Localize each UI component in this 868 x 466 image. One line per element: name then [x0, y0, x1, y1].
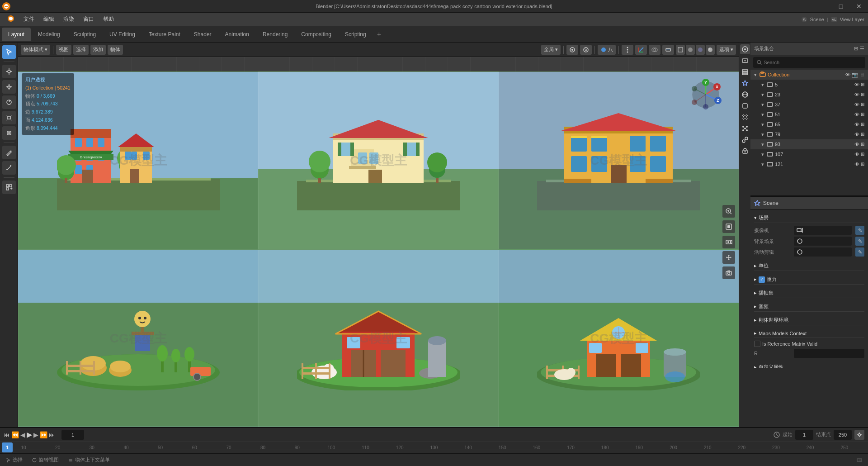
rotate-tool-button[interactable]	[2, 95, 16, 109]
item-107-filter[interactable]: ⊞	[861, 152, 864, 157]
clip-prop-value[interactable]	[794, 247, 852, 257]
menu-blender[interactable]	[4, 14, 18, 24]
xray-button[interactable]	[662, 45, 674, 55]
tab-compositing[interactable]: Compositing	[295, 28, 338, 41]
window-controls[interactable]: — □ ✕	[814, 0, 868, 12]
item-79-filter[interactable]: ⊞	[861, 132, 864, 137]
outliner-search-input[interactable]	[764, 60, 862, 65]
prop-render-button[interactable]	[740, 44, 750, 54]
outliner-item-121[interactable]: ▾ 121 👁 ⊞	[750, 159, 868, 169]
tab-modeling[interactable]: Modeling	[32, 28, 66, 41]
is-ref-checkbox[interactable]	[754, 341, 760, 347]
prop-particles-button[interactable]	[740, 124, 750, 133]
prop-output-button[interactable]	[740, 56, 750, 66]
play-button[interactable]: ▶	[27, 430, 32, 439]
outliner-item-51[interactable]: ▾ 51 👁 ⊞	[750, 109, 868, 119]
zoom-in-button[interactable]	[722, 205, 735, 218]
solid-button[interactable]	[686, 45, 695, 55]
timeline-settings-button[interactable]	[854, 430, 864, 440]
cursor-tool-button[interactable]	[2, 65, 16, 78]
object-menu-button[interactable]: 物体	[108, 45, 123, 55]
audio-header[interactable]: ▸ 音频	[754, 302, 864, 312]
item-121-eye[interactable]: 👁	[854, 162, 859, 167]
view-menu-button[interactable]: 视图	[56, 45, 71, 55]
rendered-button[interactable]	[706, 45, 715, 55]
prop-constraints-button[interactable]	[740, 146, 750, 156]
outliner-settings-button[interactable]: ☰	[860, 46, 864, 52]
select-options-button[interactable]: 选项 ▾	[717, 45, 736, 55]
prop-modifier-button[interactable]	[740, 112, 750, 122]
add-object-button[interactable]: +	[2, 181, 16, 194]
rigid-header[interactable]: ▸ 刚体世界环境	[754, 315, 864, 325]
camera-prop-value[interactable]	[794, 226, 852, 235]
item-107-eye[interactable]: 👁	[854, 152, 859, 157]
outliner-filter-button[interactable]: ⊞	[854, 46, 858, 52]
zoom-extents-button[interactable]	[722, 220, 735, 233]
minimize-button[interactable]: —	[814, 0, 832, 12]
prop-world-button[interactable]	[740, 90, 750, 100]
maximize-button[interactable]: □	[832, 0, 850, 12]
outliner-item-5[interactable]: ▾ 5 👁 ⊞	[750, 80, 868, 90]
units-section-header[interactable]: ▸ 单位	[754, 261, 864, 271]
tab-animation[interactable]: Animation	[219, 28, 255, 41]
viewport-shading-button[interactable]: 八	[598, 45, 616, 55]
outliner-item-79[interactable]: ▾ 79 👁 ⊞	[750, 129, 868, 139]
wireframe-button[interactable]	[676, 45, 685, 55]
outliner-item-65[interactable]: ▾ 65 👁 ⊞	[750, 119, 868, 129]
tab-shader[interactable]: Shader	[188, 28, 218, 41]
model-cell-5[interactable]: CG模型主	[258, 249, 498, 427]
outliner-item-collection[interactable]: ▾ Collection 👁 📷 🖥	[750, 70, 868, 80]
maps-header[interactable]: ▸ Maps Models Context	[754, 329, 864, 338]
overlay-button[interactable]	[649, 45, 660, 55]
item-93-filter[interactable]: ⊞	[861, 142, 864, 147]
scale-tool-button[interactable]	[2, 111, 16, 124]
item-5-filter[interactable]: ⊞	[861, 82, 864, 87]
next-keyframe-button[interactable]: ⏩	[40, 431, 47, 438]
prop-physics-button[interactable]	[740, 135, 750, 145]
render-toggle[interactable]: 📷	[852, 72, 858, 78]
scene-section-header[interactable]: ▾ 场景	[754, 213, 864, 223]
item-65-filter[interactable]: ⊞	[861, 122, 864, 127]
snap-button[interactable]	[566, 45, 578, 55]
r-prop-value[interactable]	[794, 349, 864, 358]
jump-start-button[interactable]: ⏮	[4, 431, 10, 438]
outliner-item-37[interactable]: ▾ 37 👁 ⊞	[750, 100, 868, 109]
viewport-canvas[interactable]: 用户透视 (1) Collection | 50241 物体 0 / 3,669…	[18, 57, 739, 427]
model-cell-6[interactable]: CG模型主	[499, 249, 739, 427]
item-37-filter[interactable]: ⊞	[861, 102, 864, 107]
keyframes-header[interactable]: ▸ 播帧集	[754, 288, 864, 298]
menu-edit[interactable]: 编辑	[40, 14, 58, 24]
start-frame-display[interactable]: 1	[795, 430, 813, 440]
item-5-eye[interactable]: 👁	[854, 82, 859, 87]
custom-header[interactable]: ▸ 自定义属性	[754, 362, 864, 368]
model-cell-2[interactable]: CG模型主	[258, 71, 498, 249]
select-menu-button[interactable]: 选择	[73, 45, 89, 55]
select-tool-button[interactable]	[2, 45, 16, 59]
camera-edit-btn[interactable]: ✎	[855, 226, 864, 235]
item-23-filter[interactable]: ⊞	[861, 92, 864, 97]
item-23-eye[interactable]: 👁	[854, 92, 859, 97]
gizmo-toggle-button[interactable]	[635, 45, 647, 55]
tab-uv-editing[interactable]: UV Editing	[103, 28, 142, 41]
item-65-eye[interactable]: 👁	[854, 122, 859, 127]
bg-prop-value[interactable]	[794, 237, 852, 246]
item-37-eye[interactable]: 👁	[854, 102, 859, 107]
item-51-eye[interactable]: 👁	[854, 112, 859, 117]
tab-layout[interactable]: Layout	[2, 28, 31, 41]
camera-icon-button[interactable]	[722, 266, 735, 279]
prop-object-button[interactable]	[740, 101, 750, 111]
prop-view-layer-button[interactable]	[740, 67, 750, 77]
close-button[interactable]: ✕	[850, 0, 868, 12]
menu-help[interactable]: 帮助	[99, 14, 118, 24]
object-mode-button[interactable]: 物体模式 ▾	[21, 45, 50, 55]
add-menu-button[interactable]: 添加	[90, 45, 106, 55]
tab-scripting[interactable]: Scripting	[339, 28, 373, 41]
transform-tool-button[interactable]	[2, 126, 16, 140]
menu-render[interactable]: 渲染	[60, 14, 78, 24]
item-93-eye[interactable]: 👁	[854, 142, 859, 147]
clip-edit-btn[interactable]: ✎	[855, 247, 864, 257]
viewport-toggle[interactable]: 🖥	[859, 72, 864, 78]
outliner-item-107[interactable]: ▾ 107 👁 ⊞	[750, 149, 868, 159]
prev-frame-button[interactable]: ◀	[20, 431, 25, 438]
item-51-filter[interactable]: ⊞	[861, 112, 864, 117]
